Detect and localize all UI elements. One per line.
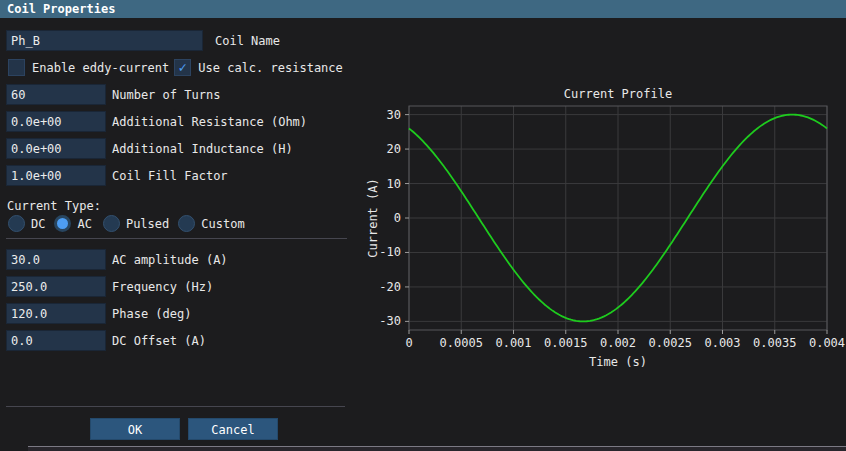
eddy-current-checkbox[interactable] xyxy=(8,59,25,76)
window-titlebar: Coil Properties xyxy=(0,0,846,18)
radio-dc-label: DC xyxy=(31,217,45,231)
phase-label: Phase (deg) xyxy=(112,307,191,321)
x-tick-label: 0.0035 xyxy=(753,336,796,350)
turns-row: Number of Turns xyxy=(6,84,220,105)
current-type-label: Current Type: xyxy=(7,199,101,213)
x-tick-label: 0.004 xyxy=(809,336,845,350)
coil-name-label: Coil Name xyxy=(215,34,280,48)
additional-inductance-label: Additional Inductance (H) xyxy=(112,142,293,156)
x-tick-label: 0.003 xyxy=(704,336,740,350)
radio-ac[interactable] xyxy=(54,215,71,232)
frequency-row: Frequency (Hz) xyxy=(6,276,213,297)
ac-amplitude-row: AC amplitude (A) xyxy=(6,249,228,270)
y-tick-label: 10 xyxy=(387,177,401,191)
additional-resistance-label: Additional Resistance (Ohm) xyxy=(112,115,307,129)
dc-offset-label: DC Offset (A) xyxy=(112,334,206,348)
frequency-input[interactable] xyxy=(6,276,106,297)
fill-factor-row: Coil Fill Factor xyxy=(6,165,228,186)
x-tick-label: 0.0025 xyxy=(649,336,692,350)
radio-dc[interactable] xyxy=(8,215,25,232)
additional-inductance-input[interactable] xyxy=(6,138,106,159)
eddy-current-label: Enable eddy-current xyxy=(32,61,169,75)
coil-name-input[interactable] xyxy=(6,30,203,51)
current-profile-chart: 00.00050.0010.00150.0020.00250.0030.0035… xyxy=(360,80,846,380)
background-window-edge xyxy=(28,446,846,451)
coil-name-row: Coil Name xyxy=(6,30,280,51)
number-of-turns-label: Number of Turns xyxy=(112,88,220,102)
radio-custom[interactable] xyxy=(178,215,195,232)
y-tick-label: -20 xyxy=(379,280,401,294)
ok-button[interactable]: OK xyxy=(90,418,180,440)
cancel-button[interactable]: Cancel xyxy=(188,418,278,440)
coil-fill-factor-label: Coil Fill Factor xyxy=(112,169,228,183)
frequency-label: Frequency (Hz) xyxy=(112,280,213,294)
radio-custom-label: Custom xyxy=(201,217,244,231)
x-tick-label: 0.0005 xyxy=(440,336,483,350)
phase-row: Phase (deg) xyxy=(6,303,191,324)
y-tick-label: -10 xyxy=(379,245,401,259)
current-type-radio-group: DC AC Pulsed Custom xyxy=(8,215,245,232)
number-of-turns-input[interactable] xyxy=(6,84,106,105)
coil-fill-factor-input[interactable] xyxy=(6,165,106,186)
y-axis-label: Current (A) xyxy=(366,178,380,257)
y-tick-label: 30 xyxy=(387,108,401,122)
radio-pulsed[interactable] xyxy=(103,215,120,232)
chart-title: Current Profile xyxy=(564,87,672,101)
ac-amplitude-label: AC amplitude (A) xyxy=(112,253,228,267)
radio-ac-label: AC xyxy=(77,217,91,231)
x-tick-label: 0.001 xyxy=(495,336,531,350)
x-axis-label: Time (s) xyxy=(589,355,647,369)
dc-offset-row: DC Offset (A) xyxy=(6,330,206,351)
x-tick-label: 0 xyxy=(405,336,412,350)
y-tick-label: 20 xyxy=(387,142,401,156)
checkbox-row: Enable eddy-current Use calc. resistance xyxy=(8,59,343,76)
x-tick-label: 0.002 xyxy=(600,336,636,350)
resistance-row: Additional Resistance (Ohm) xyxy=(6,111,307,132)
inductance-row: Additional Inductance (H) xyxy=(6,138,293,159)
calc-resistance-checkbox[interactable] xyxy=(174,59,191,76)
x-tick-label: 0.0015 xyxy=(544,336,587,350)
y-tick-label: -30 xyxy=(379,314,401,328)
calc-resistance-label: Use calc. resistance xyxy=(198,61,343,75)
window-title: Coil Properties xyxy=(7,2,115,16)
footer-divider xyxy=(6,406,345,407)
radio-pulsed-label: Pulsed xyxy=(126,217,169,231)
dc-offset-input[interactable] xyxy=(6,330,106,351)
additional-resistance-input[interactable] xyxy=(6,111,106,132)
section-divider xyxy=(6,238,347,239)
ac-amplitude-input[interactable] xyxy=(6,249,106,270)
phase-input[interactable] xyxy=(6,303,106,324)
y-tick-label: 0 xyxy=(394,211,401,225)
coil-properties-dialog: { "window": { "title": "Coil Properties"… xyxy=(0,0,846,451)
